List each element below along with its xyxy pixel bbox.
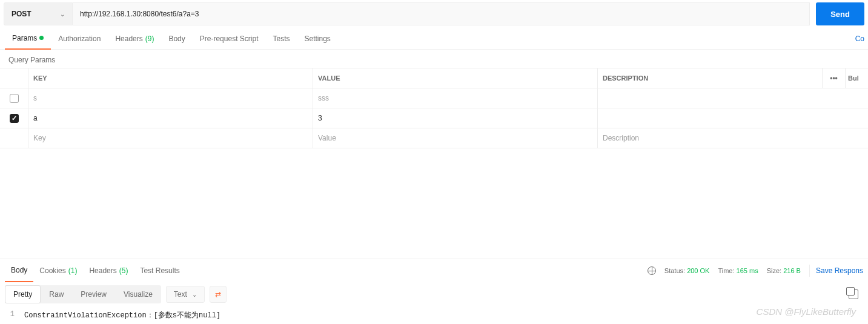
response-tab-testresults[interactable]: Test Results [134,259,185,282]
more-options-button[interactable]: ••• [822,68,845,88]
response-tab-headers[interactable]: Headers (5) [83,259,134,282]
view-raw[interactable]: Raw [41,285,72,303]
view-pretty[interactable]: Pretty [5,285,41,303]
globe-icon[interactable] [648,266,656,275]
response-tab-body[interactable]: Body [5,259,33,282]
active-dot-icon [39,36,44,40]
key-cell[interactable]: s [28,88,313,108]
response-body: 1 ConstraintViolationException：[参数s不能为nu… [0,306,868,324]
desc-placeholder[interactable]: Description [597,128,868,148]
line-number: 1 [0,310,24,320]
row-checkbox[interactable] [10,94,19,103]
table-row[interactable]: s sss [0,88,868,108]
chevron-down-icon: ⌄ [192,291,197,298]
desc-cell[interactable] [597,88,868,108]
col-header-value: VALUE [313,68,597,88]
query-params-title: Query Params [0,50,868,68]
url-input[interactable] [73,2,810,25]
tab-settings[interactable]: Settings [297,28,338,50]
params-table: KEY VALUE DESCRIPTION ••• Bul s sss a 3 … [0,68,868,148]
chevron-down-icon: ⌄ [60,11,65,18]
value-cell[interactable]: 3 [313,108,597,128]
tab-params[interactable]: Params [5,28,51,50]
size-label: Size: 216 B [767,267,801,274]
tab-headers[interactable]: Headers (9) [108,28,161,50]
bulk-edit-button[interactable]: Bul [845,68,868,88]
copy-icon[interactable] [849,289,858,299]
send-button[interactable]: Send [816,2,864,25]
line-content[interactable]: ConstraintViolationException：[参数s不能为null… [24,310,868,320]
tab-body[interactable]: Body [161,28,192,50]
code-link[interactable]: Co [855,35,864,43]
col-header-description: DESCRIPTION [597,68,822,88]
tab-prerequest[interactable]: Pre-request Script [193,28,266,50]
desc-cell[interactable] [597,108,868,128]
key-cell[interactable]: a [28,108,313,128]
response-tab-cookies[interactable]: Cookies (1) [33,259,83,282]
value-placeholder[interactable]: Value [313,128,597,148]
time-label: Time: 165 ms [718,267,758,274]
row-checkbox[interactable] [10,114,19,123]
value-cell[interactable]: sss [313,88,597,108]
col-header-key: KEY [28,68,313,88]
tab-tests[interactable]: Tests [265,28,297,50]
method-text: POST [12,10,31,18]
tab-authorization[interactable]: Authorization [51,28,108,50]
table-row[interactable]: a 3 [0,108,868,128]
view-visualize[interactable]: Visualize [115,285,161,303]
status-label: Status: 200 OK [664,267,710,274]
wrap-lines-button[interactable]: ⇄ [210,286,227,303]
view-preview[interactable]: Preview [72,285,115,303]
format-select[interactable]: Text ⌄ [166,286,205,303]
method-select[interactable]: POST ⌄ [4,2,73,25]
table-row-new[interactable]: Key Value Description [0,128,868,148]
key-placeholder[interactable]: Key [28,128,313,148]
save-response-button[interactable]: Save Respons [809,265,863,277]
